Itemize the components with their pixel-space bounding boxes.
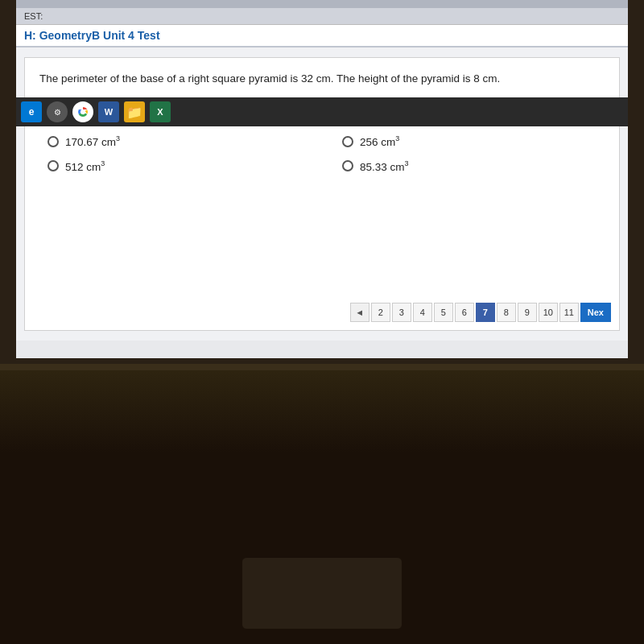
pagination: ◄ 2 3 4 5 6 7 8 9 10 11 Nex <box>350 303 611 322</box>
word-icon[interactable]: W <box>98 101 119 122</box>
radio-a[interactable] <box>47 136 59 147</box>
page-9-button[interactable]: 9 <box>518 303 537 322</box>
option-b-label: 256 cm3 <box>360 134 399 148</box>
option-d-label: 512 cm3 <box>65 159 105 173</box>
option-c-label: 85.33 cm3 <box>360 159 409 173</box>
excel-icon[interactable]: X <box>150 101 171 122</box>
edge-icon[interactable]: e <box>21 101 42 122</box>
touchpad[interactable] <box>242 557 402 630</box>
radio-c[interactable] <box>342 160 353 171</box>
svg-point-1 <box>80 109 85 114</box>
page-11-button[interactable]: 11 <box>559 303 579 322</box>
page-3-button[interactable]: 3 <box>392 303 411 322</box>
folder-icon[interactable]: 📁 <box>124 101 145 122</box>
page-10-button[interactable]: 10 <box>539 303 558 322</box>
page-8-button[interactable]: 8 <box>497 303 516 322</box>
radio-d[interactable] <box>47 160 59 171</box>
settings-icon[interactable]: ⚙ <box>47 101 68 122</box>
radio-b[interactable] <box>342 136 353 147</box>
page-2-button[interactable]: 2 <box>371 303 390 322</box>
option-c[interactable]: 85.33 cm3 <box>342 159 605 173</box>
laptop-body: hp * fn 40 ← 4) ⏮ ⏵ ⏭ → prt sc delete <box>0 370 644 644</box>
option-a[interactable]: 170.67 cm3 <box>47 134 310 148</box>
option-b[interactable]: 256 cm3 <box>342 134 605 148</box>
prev-page-button[interactable]: ◄ <box>350 303 369 322</box>
next-page-button[interactable]: Nex <box>580 303 611 322</box>
page-4-button[interactable]: 4 <box>413 303 432 322</box>
test-title: H: GeometryB Unit 4 Test <box>24 29 620 42</box>
question-text: The perimeter of the base of a right squ… <box>39 71 605 87</box>
test-label-prefix: EST: <box>24 11 43 21</box>
page-6-button[interactable]: 6 <box>455 303 474 322</box>
page-5-button[interactable]: 5 <box>434 303 453 322</box>
answer-options: 170.67 cm3 256 cm3 512 cm3 <box>47 134 605 172</box>
chrome-icon[interactable] <box>72 101 93 122</box>
option-d[interactable]: 512 cm3 <box>47 159 310 173</box>
option-a-label: 170.67 cm3 <box>65 134 120 148</box>
taskbar: e ⚙ W 📁 X <box>16 97 628 126</box>
page-7-button[interactable]: 7 <box>476 303 495 322</box>
